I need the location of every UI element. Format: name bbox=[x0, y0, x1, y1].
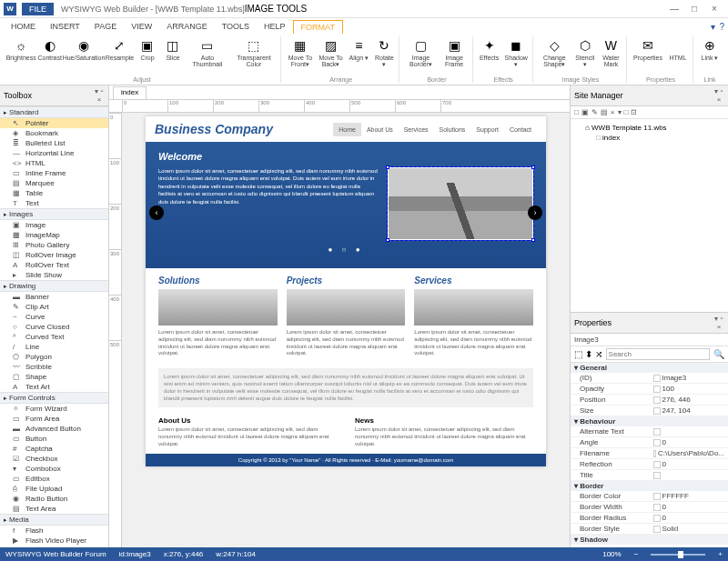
menu-tab-help[interactable]: HELP bbox=[257, 20, 293, 34]
menu-tab-arrange[interactable]: ARRANGE bbox=[159, 20, 215, 34]
toolbox-item-text-area[interactable]: ▤Text Area bbox=[0, 504, 108, 514]
toolbox-category[interactable]: Media bbox=[0, 514, 108, 526]
toolbox-item-pointer[interactable]: ↖Pointer bbox=[0, 118, 108, 128]
ribbon-shadow-[interactable]: ◼Shadow ▾ bbox=[503, 36, 530, 68]
toolbox-item-advanced-button[interactable]: ▬Advanced Button bbox=[0, 424, 108, 434]
selection-handles[interactable] bbox=[387, 166, 534, 241]
ribbon-image-frame[interactable]: ▣Image Frame bbox=[440, 36, 470, 68]
ruler-vertical[interactable]: 0100200300400500 bbox=[109, 113, 122, 547]
toolbox-item-horizontal-line[interactable]: —Horizontal Line bbox=[0, 148, 108, 158]
prop-value[interactable]: C:\Users\Pablo\Do... bbox=[650, 448, 729, 458]
sm-toolbar-icon[interactable]: □ bbox=[574, 108, 579, 116]
toolbox-item-rollover-text[interactable]: ARollOver Text bbox=[0, 260, 108, 270]
ribbon-image-border-[interactable]: ▢Image Border▾ bbox=[404, 36, 437, 68]
hero-section[interactable]: Welcome Lorem ipsum dolor sit amet, cons… bbox=[146, 142, 546, 268]
column-title[interactable]: Solutions bbox=[158, 275, 278, 286]
prop-value[interactable]: 0 bbox=[650, 513, 729, 523]
prop-value[interactable]: FFFFFF bbox=[650, 491, 729, 501]
menu-tab-view[interactable]: VIEW bbox=[124, 20, 159, 34]
tree-root[interactable]: WWB Template 11.wbs bbox=[574, 123, 724, 133]
column-text[interactable]: Lorem ipsum dolor sit amet, consectetuer… bbox=[158, 329, 278, 357]
carousel-dots[interactable]: ● ○ ● bbox=[158, 245, 533, 254]
sm-toolbar-icon[interactable]: ✎ bbox=[592, 108, 598, 116]
ruler-horizontal[interactable]: 0100200300400500600700 bbox=[109, 100, 570, 113]
column-image[interactable] bbox=[158, 289, 278, 326]
toolbox-category[interactable]: Standard bbox=[0, 106, 108, 118]
ribbon-contrast[interactable]: ◐Contrast bbox=[37, 36, 62, 62]
ribbon-crop[interactable]: ▣Crop bbox=[136, 36, 159, 62]
lower-block[interactable]: NewsLorem ipsum dolor sit amet, consecte… bbox=[355, 416, 533, 447]
zoom-out-icon[interactable]: − bbox=[634, 550, 639, 558]
column-title[interactable]: Projects bbox=[287, 275, 406, 286]
prop-value[interactable] bbox=[650, 426, 729, 436]
prop-row[interactable]: Alternate Text bbox=[571, 426, 728, 437]
ribbon-change-shape-[interactable]: ◇Change Shape▾ bbox=[538, 36, 571, 68]
ribbon-hue-saturation[interactable]: ◉Hue/Saturation bbox=[64, 36, 104, 62]
toolbox-item-file-upload[interactable]: ⎙File Upload bbox=[0, 484, 108, 494]
toolbox-item-bookmark[interactable]: ◈Bookmark bbox=[0, 128, 108, 138]
prop-row[interactable]: Border Style Solid bbox=[571, 524, 728, 535]
minimize-button[interactable]: — bbox=[664, 4, 684, 14]
page-logo[interactable]: Business Company bbox=[155, 122, 333, 136]
toolbox-item-shape[interactable]: ▢Shape bbox=[0, 372, 108, 382]
zoom-slider[interactable] bbox=[651, 554, 705, 556]
ribbon-transparent-color[interactable]: ⬚Transparent Color bbox=[230, 36, 278, 68]
ribbon-auto-thumbnail[interactable]: ▭Auto Thumbnail bbox=[187, 36, 228, 68]
toolbox-item-slide-show[interactable]: ▸Slide Show bbox=[0, 270, 108, 280]
prop-row[interactable]: Border Radius 0 bbox=[571, 513, 728, 524]
toolbox-item-marquee[interactable]: ▤Marquee bbox=[0, 178, 108, 188]
toolbox-item-photo-gallery[interactable]: ⊞Photo Gallery bbox=[0, 240, 108, 250]
prop-value[interactable] bbox=[650, 470, 729, 480]
design-canvas[interactable]: Business Company HomeAbout UsServicesSol… bbox=[122, 113, 570, 547]
toolbox-item-checkbox[interactable]: ☑Checkbox bbox=[0, 454, 108, 464]
nav-item[interactable]: Support bbox=[470, 123, 504, 136]
hero-image[interactable] bbox=[388, 167, 533, 240]
prop-row[interactable]: Angle 0 bbox=[571, 437, 728, 448]
nav-item[interactable]: Solutions bbox=[434, 123, 471, 136]
nav-item[interactable]: Services bbox=[399, 123, 434, 136]
menu-tab-format[interactable]: FORMAT bbox=[293, 20, 343, 34]
menu-tab-insert[interactable]: INSERT bbox=[43, 20, 87, 34]
zoom-in-icon[interactable]: + bbox=[718, 550, 723, 558]
toolbox-item-curve-closed[interactable]: ○Curve Closed bbox=[0, 322, 108, 332]
toolbox-item-captcha[interactable]: #Captcha bbox=[0, 444, 108, 454]
toolbox-item-curved-text[interactable]: ᴬCurved Text bbox=[0, 332, 108, 342]
toolbox-item-image[interactable]: ▣Image bbox=[0, 220, 108, 230]
sm-toolbar-icon[interactable]: □ bbox=[624, 108, 629, 116]
prop-value[interactable]: 247, 104 bbox=[650, 406, 729, 416]
ribbon-move-to-back-[interactable]: ▨Move To Back▾ bbox=[317, 36, 345, 68]
ribbon-water-mark[interactable]: WWater Mark bbox=[599, 36, 623, 68]
properties-object[interactable]: Image3 bbox=[571, 334, 728, 346]
ribbon-align-[interactable]: ≡Align ▾ bbox=[347, 36, 370, 62]
lower-block[interactable]: About UsLorem ipsum dolor sit amet, cons… bbox=[158, 416, 337, 447]
ribbon-effects[interactable]: ✦Effects bbox=[478, 36, 501, 62]
prop-row[interactable]: Border Width 0 bbox=[571, 502, 728, 513]
site-tree[interactable]: WWB Template 11.wbs index bbox=[571, 119, 728, 312]
sm-toolbar-icon[interactable]: ⊡ bbox=[631, 108, 637, 116]
status-forum-link[interactable]: WYSIWYG Web Builder Forum bbox=[5, 550, 106, 558]
prop-value[interactable]: Image3 bbox=[650, 373, 729, 383]
prop-value[interactable]: 276, 446 bbox=[650, 395, 729, 405]
prop-row[interactable]: (ID) Image3 bbox=[571, 373, 728, 384]
nav-item[interactable]: Contact bbox=[504, 123, 537, 136]
toolbox-category[interactable]: Images bbox=[0, 208, 108, 220]
toolbox-item-table[interactable]: ▦Table bbox=[0, 188, 108, 198]
site-manager-header[interactable]: Site Manager ▾ ⁃ × bbox=[571, 85, 728, 106]
menu-tab-tools[interactable]: TOOLS bbox=[215, 20, 257, 34]
toolbox-pin-icon[interactable]: ▾ ⁃ × bbox=[94, 87, 105, 104]
toolbox-item-clip-art[interactable]: ✎Clip Art bbox=[0, 302, 108, 312]
toolbox-item-form-wizard[interactable]: ✧Form Wizard bbox=[0, 404, 108, 414]
ribbon-collapse-icon[interactable]: ▾ bbox=[711, 22, 715, 32]
toolbox-item-button[interactable]: ▭Button bbox=[0, 434, 108, 444]
hero-title[interactable]: Welcome bbox=[158, 151, 533, 162]
column-text[interactable]: Lorem ipsum dolor sit amet, consectetuer… bbox=[414, 329, 533, 357]
prop-row[interactable]: Opacity 100 bbox=[571, 384, 728, 395]
close-button[interactable]: × bbox=[704, 4, 724, 14]
content-column[interactable]: ServicesLorem ipsum dolor sit amet, cons… bbox=[414, 275, 533, 357]
prop-row[interactable]: Reflection 0 bbox=[571, 459, 728, 470]
color-swatch[interactable] bbox=[653, 493, 661, 500]
menu-tab-home[interactable]: HOME bbox=[4, 20, 43, 34]
maximize-button[interactable]: □ bbox=[684, 4, 704, 14]
toolbox-item-flash[interactable]: fFlash bbox=[0, 526, 108, 536]
column-text[interactable]: Lorem ipsum dolor sit amet, consectetuer… bbox=[287, 329, 406, 357]
